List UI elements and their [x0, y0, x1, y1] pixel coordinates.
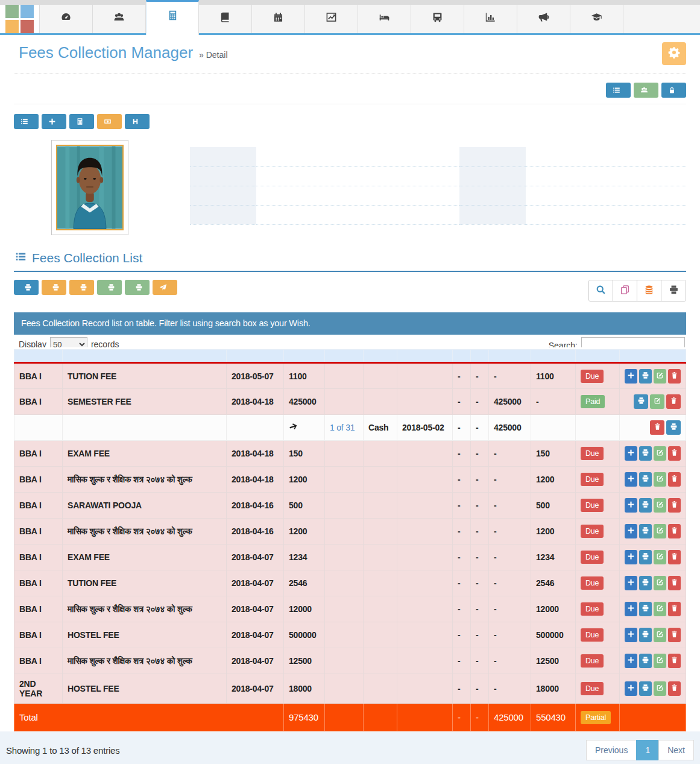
app-logo[interactable]: [0, 5, 40, 33]
nav-tab-accounting[interactable]: [146, 0, 199, 35]
page-previous-button[interactable]: Previous: [586, 740, 637, 760]
delete-row-button[interactable]: [666, 394, 681, 409]
edit-row-button[interactable]: [654, 576, 666, 590]
print-button[interactable]: [661, 280, 686, 301]
column-header-balance[interactable]: [531, 350, 576, 363]
add-fee-button[interactable]: [625, 524, 637, 538]
column-header-action[interactable]: [620, 350, 686, 363]
send-receive-alert-button[interactable]: [153, 280, 177, 295]
due-fees-button[interactable]: [97, 114, 122, 129]
receipt-button[interactable]: [125, 280, 150, 295]
add-fee-button[interactable]: [625, 602, 637, 616]
page-size-select[interactable]: 50: [50, 337, 87, 347]
print-row-button[interactable]: [639, 472, 652, 487]
add-fee-button[interactable]: [625, 576, 637, 590]
add-fee-button[interactable]: [625, 628, 637, 642]
column-header-mode[interactable]: [364, 350, 397, 363]
due-detail-550-430-00-button[interactable]: [42, 280, 66, 295]
print-row-button[interactable]: [639, 681, 652, 696]
print-row-button[interactable]: [639, 628, 652, 642]
edit-row-button[interactable]: [654, 369, 666, 384]
delete-row-button[interactable]: [668, 602, 681, 616]
edit-row-button[interactable]: [654, 654, 666, 668]
nav-tab-academics[interactable]: [570, 5, 623, 33]
column-header-date[interactable]: [397, 350, 453, 363]
fees-detail-button[interactable]: [14, 114, 39, 129]
print-ledger-button[interactable]: [14, 280, 39, 295]
add-fee-button[interactable]: [625, 654, 637, 668]
print-row-button[interactable]: [666, 420, 681, 435]
payid-link[interactable]: 1 of 31: [330, 423, 355, 432]
column-header-payid[interactable]: [325, 350, 364, 363]
staff-payroll-button[interactable]: [661, 83, 686, 98]
nav-tab-alert-center[interactable]: [517, 5, 570, 33]
column-header-head[interactable]: [63, 350, 227, 363]
today-receipt-detail-0-00-button[interactable]: [97, 280, 122, 295]
delete-row-button[interactable]: [668, 576, 681, 590]
print-row-button[interactable]: [639, 369, 652, 384]
edit-row-button[interactable]: [654, 498, 666, 513]
nav-tab-dashboard[interactable]: [40, 5, 93, 33]
edit-row-button[interactable]: [654, 524, 666, 538]
print-row-button[interactable]: [639, 654, 652, 668]
column-header-remark[interactable]: [576, 350, 620, 363]
search-button[interactable]: [589, 280, 613, 301]
edit-row-button[interactable]: [654, 550, 666, 564]
delete-row-button[interactable]: [668, 498, 681, 513]
add-fees-button[interactable]: [42, 114, 66, 129]
delete-row-button[interactable]: [668, 550, 681, 564]
delete-row-button[interactable]: [668, 524, 681, 538]
column-header-fi[interactable]: [471, 350, 489, 363]
print-row-button[interactable]: [639, 498, 652, 513]
column-header-di[interactable]: [453, 350, 471, 363]
settings-button[interactable]: [662, 42, 686, 65]
nav-tab-transport[interactable]: [411, 5, 464, 33]
column-header-duedate[interactable]: [227, 350, 284, 363]
send-icon: [159, 283, 167, 291]
add-fee-button[interactable]: [625, 498, 637, 513]
add-fee-button[interactable]: [625, 472, 637, 487]
add-fee-button[interactable]: [625, 446, 637, 461]
fees-head-button[interactable]: [125, 114, 150, 129]
column-header-sem[interactable]: [14, 350, 63, 363]
database-button[interactable]: [637, 280, 661, 301]
copy-button[interactable]: [613, 280, 637, 301]
delete-row-button[interactable]: [668, 628, 681, 642]
add-fee-button[interactable]: [625, 369, 637, 384]
delete-row-button[interactable]: [668, 681, 681, 696]
delete-row-button[interactable]: [650, 420, 664, 435]
search-input[interactable]: [581, 337, 685, 347]
nav-tab-report[interactable]: [464, 5, 517, 33]
print-row-button[interactable]: [639, 576, 652, 590]
page-next-button[interactable]: Next: [658, 740, 694, 760]
add-fee-button[interactable]: [625, 550, 637, 564]
student-fee-button[interactable]: [634, 83, 658, 98]
edit-row-button[interactable]: [654, 602, 666, 616]
edit-row-button[interactable]: [654, 628, 666, 642]
print-row-button[interactable]: [639, 446, 652, 461]
page-1-button[interactable]: 1: [636, 740, 659, 760]
total-due-button[interactable]: [69, 280, 94, 295]
nav-tab-book-library[interactable]: [199, 5, 252, 33]
delete-row-button[interactable]: [668, 472, 681, 487]
transaction-button[interactable]: [606, 83, 631, 98]
add-fee-button[interactable]: [625, 681, 637, 696]
print-row-button[interactable]: [639, 550, 652, 564]
column-header-amount[interactable]: [284, 350, 325, 363]
delete-row-button[interactable]: [668, 369, 681, 384]
nav-tab-hostels[interactable]: [358, 5, 411, 33]
delete-row-button[interactable]: [668, 654, 681, 668]
collect-fees-button[interactable]: [69, 114, 94, 129]
print-row-button[interactable]: [634, 394, 648, 409]
print-row-button[interactable]: [639, 524, 652, 538]
edit-row-button[interactable]: [654, 446, 666, 461]
column-header-paid[interactable]: [489, 350, 531, 363]
nav-tab-examination[interactable]: [305, 5, 358, 33]
nav-tab-attendence[interactable]: [252, 5, 305, 33]
print-row-button[interactable]: [639, 602, 652, 616]
nav-tab-student-staff[interactable]: [93, 5, 146, 33]
delete-row-button[interactable]: [668, 446, 681, 461]
edit-row-button[interactable]: [654, 472, 666, 487]
edit-row-button[interactable]: [654, 681, 666, 696]
edit-row-button[interactable]: [650, 394, 664, 409]
